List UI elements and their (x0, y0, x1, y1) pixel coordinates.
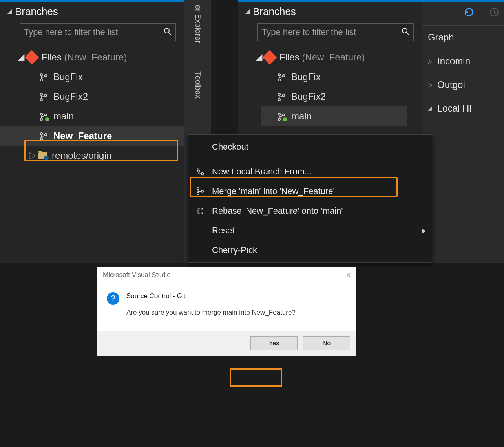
svg-point-17 (278, 79, 281, 81)
branch-item[interactable]: BugFix2 (238, 87, 422, 106)
svg-line-15 (407, 33, 409, 35)
repo-row[interactable]: ◢ Files (New_Feature) (238, 48, 422, 67)
local-history-section[interactable]: ◢Local Hi (422, 97, 504, 120)
search-icon[interactable] (164, 27, 172, 37)
svg-point-31 (201, 190, 204, 192)
incoming-label: Incomin (437, 56, 470, 67)
confirm-dialog: Microsoft Visual Studio ✕ ? Source Contr… (97, 267, 356, 356)
branches-panel-left: ◢ Branches ◢ Files (New_Feature) BugFix (0, 0, 184, 263)
branch-item[interactable]: BugFix (0, 67, 184, 87)
menu-label: Cherry-Pick (212, 245, 432, 255)
remotes-row[interactable]: ▷ remotes/origin (0, 146, 184, 165)
highlight-annotation (230, 368, 282, 387)
panel-header[interactable]: ◢ Branches (0, 2, 184, 23)
svg-point-19 (278, 93, 281, 96)
filter-input[interactable] (262, 27, 398, 37)
svg-point-12 (40, 138, 43, 140)
branch-item[interactable]: main (0, 106, 184, 126)
local-history-label: Local Hi (437, 103, 471, 114)
branch-context-menu: Checkout ✳ New Local Branch From... Merg… (188, 134, 432, 263)
branch-tree: ◢ Files (New_Feature) BugFix BugFix2 mai… (0, 45, 184, 165)
svg-point-4 (45, 75, 47, 77)
branch-label: BugFix (51, 71, 83, 82)
expand-icon: ▷ (428, 58, 434, 64)
svg-point-7 (45, 94, 47, 97)
svg-point-0 (164, 28, 169, 33)
repo-branch-suffix: (New_Feature) (302, 52, 365, 62)
branch-icon (38, 131, 49, 141)
svg-point-5 (40, 93, 43, 96)
expand-icon: ▷ (428, 82, 434, 88)
svg-point-22 (278, 113, 281, 115)
svg-point-18 (283, 75, 285, 77)
branch-label: main (51, 111, 74, 122)
svg-point-28 (201, 173, 204, 175)
repo-branch-suffix: (New_Feature) (64, 52, 127, 62)
branch-icon (276, 72, 287, 82)
expand-icon: ▷ (29, 150, 36, 161)
menu-checkout[interactable]: Checkout (188, 137, 432, 157)
menu-rebase[interactable]: Rebase 'New_Feature' onto 'main' (188, 201, 432, 221)
fetch-icon[interactable] (489, 7, 499, 20)
dialog-message: Are you sure you want to merge main into… (126, 309, 296, 317)
branch-item-hover[interactable]: main (261, 106, 407, 126)
branch-label: BugFix2 (289, 91, 326, 102)
repo-name: Files (42, 52, 62, 62)
branch-icon (38, 72, 49, 82)
branch-icon (276, 112, 287, 121)
collapse-icon: ◢ (7, 7, 12, 15)
menu-new-local-branch[interactable]: ✳ New Local Branch From... (188, 162, 432, 181)
collapse-icon: ◢ (17, 51, 24, 62)
tab-server-explorer[interactable]: er Explorer (194, 5, 203, 43)
branch-item[interactable]: BugFix (238, 67, 422, 87)
branch-label: New_Feature (51, 130, 112, 141)
branch-item-current[interactable]: New_Feature (0, 126, 184, 146)
search-icon[interactable] (402, 27, 409, 37)
menu-reset[interactable]: Reset▶ (188, 221, 432, 240)
panel-title: Branches (253, 5, 296, 18)
branch-label: BugFix (289, 71, 321, 82)
tab-toolbox[interactable]: Toolbox (194, 71, 203, 99)
svg-point-8 (40, 113, 43, 115)
new-branch-icon: ✳ (188, 167, 212, 176)
close-icon[interactable]: ✕ (346, 271, 351, 279)
filter-input[interactable] (24, 27, 161, 37)
branch-icon (38, 112, 49, 121)
filter-box[interactable] (257, 23, 414, 41)
dialog-header: Source Control - Git (126, 292, 296, 300)
branch-icon (38, 92, 49, 101)
svg-point-16 (278, 74, 281, 76)
submenu-arrow-icon: ▶ (422, 227, 432, 234)
merge-icon (188, 187, 212, 196)
menu-merge[interactable]: Merge 'main' into 'New_Feature' (188, 181, 432, 201)
svg-point-3 (40, 79, 43, 81)
question-icon: ? (107, 292, 119, 305)
graph-panel: Graph ▷Incomin ▷Outgoi ◢Local Hi (422, 0, 504, 263)
graph-header[interactable]: Graph (422, 26, 504, 49)
repo-name: Files (279, 52, 299, 62)
branch-item[interactable]: BugFix2 (0, 87, 184, 106)
menu-label: Checkout (212, 142, 432, 152)
refresh-icon[interactable] (464, 7, 475, 20)
collapse-icon: ◢ (428, 105, 434, 111)
menu-label: New Local Branch From... (212, 167, 432, 177)
menu-label: Rebase 'New_Feature' onto 'main' (212, 206, 432, 216)
svg-point-14 (402, 28, 407, 33)
filter-box[interactable] (20, 23, 176, 41)
repo-row[interactable]: ◢ Files (New_Feature) (0, 48, 184, 67)
git-icon (263, 50, 277, 65)
svg-point-29 (197, 188, 199, 190)
no-button[interactable]: No (303, 336, 350, 350)
svg-point-13 (45, 134, 47, 136)
outgoing-label: Outgoi (437, 79, 465, 90)
panel-header[interactable]: ◢ Branches (238, 2, 422, 23)
outgoing-section[interactable]: ▷Outgoi (422, 73, 504, 97)
incoming-section[interactable]: ▷Incomin (422, 49, 504, 73)
remotes-label: remotes/origin (49, 150, 111, 161)
svg-point-30 (197, 193, 199, 195)
svg-point-10 (45, 114, 47, 116)
menu-label: Reset (212, 225, 422, 236)
svg-point-23 (278, 118, 281, 121)
menu-cherry-pick[interactable]: Cherry-Pick (188, 240, 432, 260)
yes-button[interactable]: Yes (250, 336, 298, 350)
